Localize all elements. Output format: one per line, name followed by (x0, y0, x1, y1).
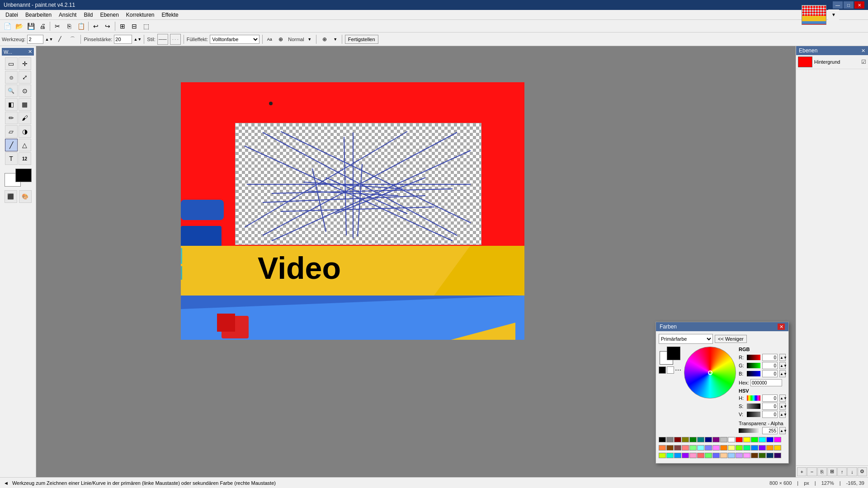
palette-color-cell[interactable] (712, 437, 720, 442)
palette-color-cell[interactable] (728, 437, 735, 442)
menu-bearbeiten[interactable]: Bearbeiten (22, 11, 55, 19)
palette-color-cell[interactable] (736, 437, 743, 442)
alpha-stepper[interactable]: ▲▼ (779, 427, 786, 434)
tool-size-stepper[interactable]: ▲▼ (45, 34, 52, 45)
color-wheel[interactable] (684, 347, 736, 399)
r-value-input[interactable] (762, 354, 778, 361)
blend-mode2-dropdown[interactable]: ▼ (332, 34, 339, 45)
v-stepper[interactable]: ▲▼ (779, 411, 786, 418)
curve-tool-btn[interactable]: ⌒ (67, 34, 78, 45)
palette-color-cell[interactable] (659, 445, 666, 450)
palette-color-cell[interactable] (743, 453, 750, 458)
h-value-input[interactable] (762, 394, 778, 402)
paint-bucket-tool[interactable]: ◧ (5, 98, 18, 111)
r-stepper[interactable]: ▲▼ (779, 354, 786, 361)
toolbox-close-icon[interactable]: ✕ (28, 49, 32, 55)
select-all-button[interactable]: ⊞ (117, 21, 128, 32)
palette-color-cell[interactable] (674, 445, 681, 450)
maximize-button[interactable]: □ (844, 1, 854, 9)
fertigstellen-button[interactable]: Fertigstellen (345, 35, 378, 44)
palette-color-cell[interactable] (736, 445, 743, 450)
h-slider[interactable] (747, 395, 760, 401)
line-tool[interactable]: ╱ (5, 139, 18, 151)
palette-color-cell[interactable] (766, 453, 774, 458)
palette-color-cell[interactable] (689, 453, 697, 458)
menu-korrekturen[interactable]: Korrekturen (123, 11, 158, 19)
s-stepper[interactable]: ▲▼ (779, 403, 786, 410)
palette-color-cell[interactable] (666, 437, 674, 442)
blend-mode2-icon[interactable]: ⊕ (319, 34, 330, 45)
palette-color-cell[interactable] (712, 445, 720, 450)
palette-color-cell[interactable] (689, 437, 697, 442)
g-slider[interactable] (747, 363, 760, 368)
burn-tool[interactable]: ◑ (19, 125, 31, 138)
move-tool[interactable]: ✛ (19, 57, 31, 70)
line-style-2[interactable]: - - - (170, 34, 181, 45)
palette-color-cell[interactable] (774, 453, 781, 458)
gradient-tool[interactable]: ▦ (19, 98, 31, 111)
palette-color-cell[interactable] (697, 453, 704, 458)
colors-close-button[interactable]: ✕ (778, 324, 785, 330)
open-file-button[interactable]: 📂 (14, 21, 24, 32)
plugin-icon-2[interactable]: 🎨 (19, 190, 32, 203)
v-slider[interactable] (747, 412, 760, 417)
eraser-tool[interactable]: ▱ (5, 125, 18, 138)
palette-color-cell[interactable] (666, 453, 674, 458)
weniger-button[interactable]: << Weniger (715, 335, 747, 343)
lasso-tool[interactable]: ⌾ (5, 71, 18, 84)
palette-color-cell[interactable] (705, 453, 712, 458)
palette-color-cell[interactable] (743, 445, 750, 450)
rect-select-tool[interactable]: ▭ (5, 57, 18, 70)
palette-color-cell[interactable] (728, 445, 735, 450)
pinselstarke-input[interactable] (114, 35, 132, 44)
layers-settings-button[interactable]: ⚙ (858, 467, 867, 476)
v-value-input[interactable] (762, 411, 778, 418)
save-file-button[interactable]: 💾 (25, 21, 36, 32)
blend-mode-icon[interactable]: ⊕ (275, 34, 286, 45)
palette-color-cell[interactable] (728, 453, 735, 458)
swatch-more-icon[interactable]: ⋯ (675, 366, 681, 374)
palette-color-cell[interactable] (751, 453, 758, 458)
menu-effekte[interactable]: Effekte (158, 11, 182, 19)
deselect-button[interactable]: ⊟ (129, 21, 140, 32)
foreground-color-swatch[interactable] (15, 169, 32, 182)
palette-color-cell[interactable] (659, 437, 666, 442)
palette-color-cell[interactable] (682, 445, 689, 450)
pencil-tool[interactable]: ✏ (5, 112, 18, 124)
g-value-input[interactable] (762, 362, 778, 369)
palette-color-cell[interactable] (751, 437, 758, 442)
zoom-tool[interactable]: 🔍 (5, 84, 18, 97)
layers-add-button[interactable]: + (797, 467, 807, 476)
line-tool-btn[interactable]: ╱ (54, 34, 65, 45)
layers-delete-button[interactable]: − (807, 467, 816, 476)
g-stepper[interactable]: ▲▼ (779, 362, 786, 369)
layers-merge-button[interactable]: ⊞ (827, 467, 837, 476)
move-selection-tool[interactable]: ⤢ (19, 71, 31, 84)
palette-color-cell[interactable] (705, 437, 712, 442)
palette-color-cell[interactable] (666, 445, 674, 450)
palette-color-cell[interactable] (759, 445, 766, 450)
pinselstarke-stepper[interactable]: ▲▼ (134, 34, 141, 45)
print-button[interactable]: 🖨 (37, 21, 48, 32)
blend-dropdown[interactable]: ▼ (306, 34, 313, 45)
r-slider[interactable] (747, 355, 760, 360)
layers-duplicate-button[interactable]: ⎘ (817, 467, 827, 476)
close-button[interactable]: ✕ (854, 1, 864, 9)
palette-color-cell[interactable] (720, 453, 727, 458)
h-stepper[interactable]: ▲▼ (779, 394, 786, 402)
palette-color-cell[interactable] (682, 437, 689, 442)
number-tool[interactable]: 12 (19, 152, 31, 165)
undo-button[interactable]: ↩ (90, 21, 101, 32)
primary-mode-select[interactable]: Primärfarbe (659, 334, 713, 344)
palette-color-cell[interactable] (759, 453, 766, 458)
palette-color-cell[interactable] (697, 445, 704, 450)
alpha-slider[interactable] (739, 428, 760, 433)
menu-bild[interactable]: Bild (80, 11, 96, 19)
plugin-icon-1[interactable]: ⬛ (5, 190, 17, 203)
menu-ebenen[interactable]: Ebenen (96, 11, 122, 19)
palette-color-cell[interactable] (774, 445, 781, 450)
palette-color-cell[interactable] (774, 437, 781, 442)
palette-color-cell[interactable] (766, 437, 774, 442)
menu-datei[interactable]: Datei (2, 11, 22, 19)
thumbnail-expand-button[interactable]: ▼ (828, 9, 839, 20)
